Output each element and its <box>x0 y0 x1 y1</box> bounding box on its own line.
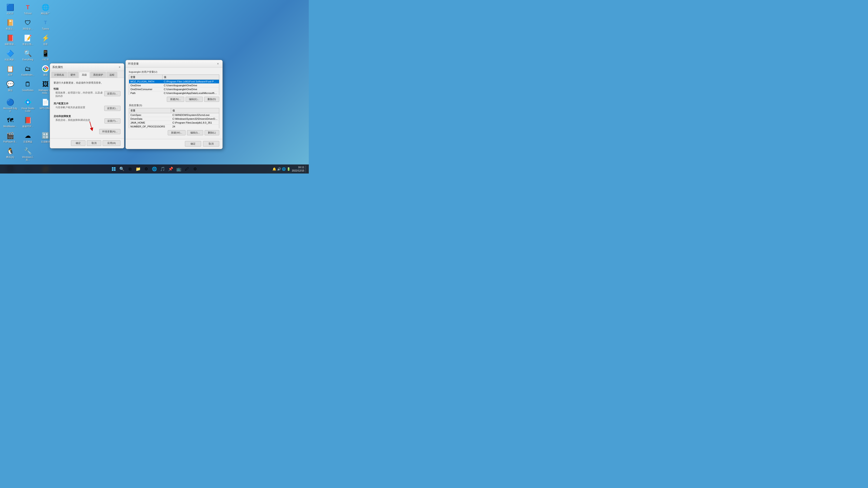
desktop-icon-potplayer[interactable]: 🎬 PotPlayer B... <box>2 131 18 144</box>
sys-var-comspec-val: C:\WINDOWS\system32\cmd.exe <box>171 113 219 117</box>
user-delete-btn[interactable]: 删除(D) <box>204 97 219 102</box>
user-vars-table-scroll[interactable]: 变量 值 MOZ_PLUGIN_PATH C:\Program Files (x… <box>129 74 219 95</box>
tab-computer-name[interactable]: 计算机名 <box>51 72 67 78</box>
desktop-icon-mindmaster[interactable]: 🗺 MindMaster... <box>2 115 18 129</box>
sysprops-dialog: 系统属性 × 计算机名 硬件 高级 系统保护 远程 要进行大多数更改，你必须作为… <box>50 63 124 149</box>
baidu-icon: ☁ <box>24 131 32 140</box>
envvars-ok-btn[interactable]: 确定 <box>185 141 201 147</box>
sysprops-ok-btn[interactable]: 确定 <box>71 140 86 146</box>
media-taskbar[interactable]: 🎵 <box>159 165 166 173</box>
sysprops-cancel-btn[interactable]: 取消 <box>87 140 101 146</box>
settings-taskbar[interactable]: ⚙ <box>143 165 150 173</box>
tab-system-protection[interactable]: 系统保护 <box>90 72 106 78</box>
user-var-row-onedriveconsumer[interactable]: OneDriveConsumer C:\Users\liuguanglei\On… <box>129 88 219 91</box>
network-icon[interactable]: 🌐 <box>282 167 286 171</box>
envvars-close-btn[interactable]: × <box>216 61 220 66</box>
zhanqimiao-icon: 🔷 <box>6 49 14 57</box>
file-explorer-taskbar[interactable]: 📁 <box>134 165 142 173</box>
section-userprofile: 用户配置文件 设置(E)... 与登录帐户相关的桌面设置 <box>54 102 121 112</box>
tab-hardware[interactable]: 硬件 <box>68 72 79 78</box>
sys-var-row-numproc[interactable]: NUMBER_OF_PROCESSORS 24 <box>129 125 219 129</box>
taskbar-time-display[interactable]: 16:11 2022/12/15 <box>292 166 304 173</box>
sysprops-apply-btn[interactable]: 应用(A) <box>103 140 121 146</box>
pen-taskbar[interactable]: 🖊 <box>183 165 191 173</box>
desktop-icon-windowstools[interactable]: 🔧 Windows工具... <box>20 146 36 162</box>
sys-var-javahome-val: C:\Program Files\Java\jdk1.8.0_351 <box>171 121 219 125</box>
task-view-btn[interactable]: ⧉ <box>126 165 133 173</box>
desktop-icon-youdao[interactable]: 📔 有道云... <box>2 18 18 31</box>
desktop-icon-wechat[interactable]: 💬 微信 <box>2 79 18 95</box>
desktop-icon-youdaonote[interactable]: 📝 有道云笔... <box>20 33 36 46</box>
wangzhan-label: 网站推广 <box>41 12 50 15</box>
sys-delete-btn[interactable]: 删除(L) <box>205 130 219 135</box>
desktop-icon-xiaohongshu[interactable]: 📱 小红书 <box>37 48 53 62</box>
tab-advanced[interactable]: 高级 <box>79 72 90 78</box>
desktop-icon-zhanqimiao[interactable]: 🔷 站起来妙... <box>2 48 18 62</box>
userprofile-settings-btn[interactable]: 设置(E)... <box>104 106 121 111</box>
desktop-icon-360[interactable]: 🛡 360安全... <box>20 18 36 31</box>
desktop-icon-qq[interactable]: 🐧 腾讯QQ <box>2 146 18 162</box>
sys-var-row-javahome[interactable]: JAVA_HOME C:\Program Files\Java\jdk1.8.0… <box>129 121 219 125</box>
volume-icon[interactable]: 🔊 <box>277 167 281 171</box>
notification-icon[interactable]: 🔔 <box>272 167 276 171</box>
show-desktop-btn[interactable] <box>306 166 307 172</box>
svg-line-5 <box>90 122 92 129</box>
desktop-icon-foxitpdf[interactable]: 📕 福昕阅读... <box>2 33 18 46</box>
envvars-dialog: 环境变量 × liuguanglei 的用户变量(U) 变量 值 MOZ_PLU… <box>125 60 223 149</box>
desktop-icon-typora[interactable]: T Typora <box>37 18 53 31</box>
desktop-icon-xmind[interactable]: 🗂 XiaoMindm... <box>20 64 36 77</box>
user-new-btn[interactable]: 新建(N)... <box>167 97 184 102</box>
svg-rect-6 <box>112 167 114 169</box>
battery-icon[interactable]: 🔋 <box>287 167 290 171</box>
env-vars-btn[interactable]: 环境变量(N)... <box>99 129 121 134</box>
potplayer-label: PotPlayer B... <box>3 140 17 143</box>
desktop-icon-edge[interactable]: 🔵 Microsoft Edge <box>2 97 18 113</box>
sys-edit-btn[interactable]: 编辑(I)... <box>187 130 203 135</box>
user-var-path-val: C:\Users\liuguanglei\AppData\Local\Micro… <box>162 91 219 95</box>
desktop-icon-todoist[interactable]: T ToDoist <box>20 2 36 16</box>
desktop-icon-pdf[interactable]: 📕 极速PDF... <box>20 115 36 129</box>
desktop-icon-vscode[interactable]: 💠 Visual Studio Code <box>20 97 36 113</box>
qq-icon: 🐧 <box>6 147 14 155</box>
envvars-cancel-btn[interactable]: 取消 <box>203 141 219 147</box>
gear-taskbar[interactable]: ⚙ <box>191 165 199 173</box>
svg-rect-7 <box>114 167 116 169</box>
user-edit-btn[interactable]: 编辑(E)... <box>186 97 203 102</box>
xunlei-icon: ⚡ <box>41 34 50 42</box>
sys-var-row-driverdata[interactable]: DriverData C:\Windows\System32\Drivers\D… <box>129 117 219 121</box>
desktop-icon-wangzhan[interactable]: 🌐 网站推广 <box>37 2 53 16</box>
fanyi-icon: 🔠 <box>41 131 50 140</box>
foxitpdf-icon: 📕 <box>6 34 14 42</box>
tv-taskbar[interactable]: 📺 <box>175 165 182 173</box>
desktop-icon-everything[interactable]: 🔍 Everything <box>20 48 36 62</box>
sysprops-close-btn[interactable]: × <box>117 65 122 69</box>
edge-taskbar[interactable]: 🌐 <box>151 165 158 173</box>
xmind-icon: 🗂 <box>24 65 32 73</box>
foxitpdf-label: 福昕阅读... <box>5 43 16 46</box>
tab-remote[interactable]: 远程 <box>106 72 117 78</box>
svg-rect-8 <box>112 169 114 171</box>
user-var-row-path[interactable]: Path C:\Users\liuguanglei\AppData\Local\… <box>129 91 219 95</box>
desktop-icon-goodnotes[interactable]: 🗒 GoodNotes <box>20 79 36 95</box>
start-button[interactable] <box>110 165 117 173</box>
sysprops-bottom-btns: 确定 取消 应用(A) <box>50 138 124 148</box>
xiaohongshu-label: 小红书 <box>42 58 49 61</box>
sys-new-btn[interactable]: 新建(W)... <box>168 130 186 135</box>
search-taskbar-btn[interactable]: 🔍 <box>118 165 125 173</box>
desktop-icon-wps[interactable]: 🟦 幻灯片 <box>2 2 18 16</box>
user-vars-table: 变量 值 MOZ_PLUGIN_PATH C:\Program Files (x… <box>129 74 219 95</box>
sys-vars-table-scroll[interactable]: 变量 值 ComSpec C:\WINDOWS\system32\cmd.exe… <box>129 108 219 128</box>
todo-taskbar[interactable]: 📌 <box>167 165 174 173</box>
user-var-row-moz[interactable]: MOZ_PLUGIN_PATH C:\Program Files (x86)\F… <box>129 80 219 84</box>
sys-var-row-comspec[interactable]: ComSpec C:\WINDOWS\system32\cmd.exe <box>129 113 219 117</box>
desktop-icon-baidu[interactable]: ☁ 百度网盘 <box>20 131 36 144</box>
performance-settings-btn[interactable]: 设置(S)... <box>104 91 121 96</box>
desktop-icon-chengxu[interactable]: 📋 程序 <box>2 64 18 77</box>
sys-vars-btns: 新建(W)... 编辑(I)... 删除(L) <box>129 130 219 135</box>
desktop-icon-xunlei[interactable]: ⚡ 迅雷 <box>37 33 53 46</box>
user-var-row-onedrive[interactable]: OneDrive C:\Users\liuguanglei\OneDrive <box>129 84 219 88</box>
sysprops-titlebar: 系统属性 × <box>50 64 124 71</box>
potplayer-icon: 🎬 <box>6 131 14 140</box>
startup-settings-btn[interactable]: 设置(T)... <box>104 119 121 124</box>
zhanqimiao-label: 站起来妙... <box>5 58 16 61</box>
